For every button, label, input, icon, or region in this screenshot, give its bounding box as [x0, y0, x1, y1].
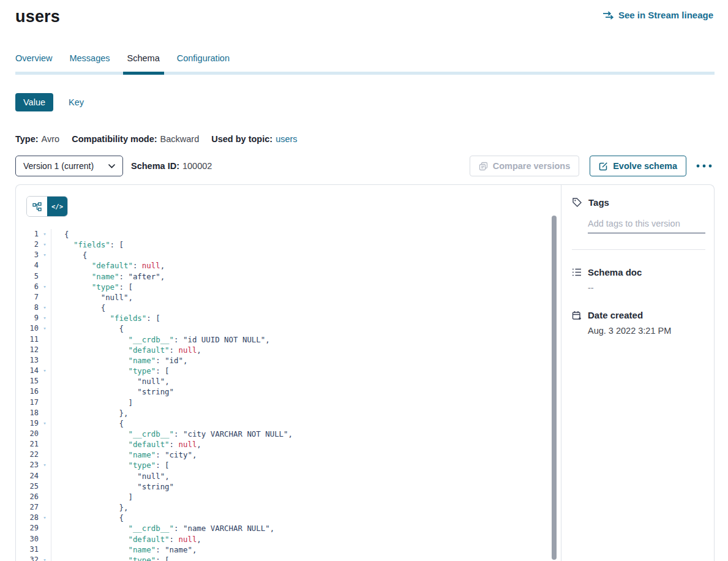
code-line: 10▾ {	[16, 323, 561, 334]
tab-schema[interactable]: Schema	[127, 53, 160, 72]
line-number: 24	[16, 471, 39, 481]
version-select[interactable]: Version 1 (current)	[15, 156, 123, 176]
tag-icon	[572, 197, 582, 208]
chevron-down-icon	[108, 164, 115, 168]
copy-pages-icon	[479, 162, 488, 171]
collapse-triangle-icon[interactable]: ▾	[39, 513, 51, 523]
line-number: 1	[16, 229, 39, 239]
editor-view-toggle: </>	[26, 196, 68, 217]
tree-view-button[interactable]	[27, 197, 47, 216]
collapse-triangle-icon[interactable]: ▾	[39, 323, 51, 334]
schema-doc-heading-row: Schema doc	[572, 267, 705, 277]
topic-link[interactable]: users	[276, 134, 297, 144]
code-line: 29 "__crdb__": "name VARCHAR NULL",	[16, 523, 561, 533]
calendar-plus-icon	[572, 311, 582, 320]
code-text: "string"	[51, 481, 561, 492]
code-text: "fields": [	[51, 239, 561, 250]
schema-code-pane: </> 1▾{2▾ "fields": [3▾ {4 "default": nu…	[16, 185, 561, 561]
code-line: 18 },	[16, 408, 561, 418]
collapse-triangle-icon[interactable]: ▾	[39, 282, 51, 292]
line-number: 21	[16, 439, 39, 450]
line-number: 3	[16, 250, 39, 260]
code-line: 26 ]	[16, 492, 561, 502]
caret-spacer	[39, 439, 51, 450]
caret-spacer	[39, 534, 51, 544]
collapse-triangle-icon[interactable]: ▾	[39, 460, 51, 470]
collapse-triangle-icon[interactable]: ▾	[39, 303, 51, 313]
caret-spacer	[39, 544, 51, 555]
code-text: "name": "city",	[51, 450, 561, 460]
collapse-triangle-icon[interactable]: ▾	[39, 555, 51, 561]
collapse-triangle-icon[interactable]: ▾	[39, 418, 51, 429]
tree-view-icon	[32, 202, 42, 211]
collapse-triangle-icon[interactable]: ▾	[39, 366, 51, 376]
line-number: 25	[16, 481, 39, 492]
collapse-triangle-icon[interactable]: ▾	[39, 239, 51, 250]
schema-id-value: 100002	[182, 161, 212, 171]
caret-spacer	[39, 334, 51, 345]
code-line: 7 "null",	[16, 292, 561, 303]
tab-messages[interactable]: Messages	[69, 53, 110, 72]
line-number: 5	[16, 271, 39, 282]
code-text: },	[51, 408, 561, 418]
type-value: Avro	[42, 134, 60, 144]
version-bar-actions: Compare versions Evolve schema	[470, 156, 715, 176]
tab-configuration[interactable]: Configuration	[177, 53, 230, 72]
line-number: 14	[16, 366, 39, 376]
collapse-triangle-icon[interactable]: ▾	[39, 313, 51, 323]
add-tags-input[interactable]	[588, 219, 705, 233]
line-number: 2	[16, 239, 39, 250]
line-number: 23	[16, 460, 39, 470]
see-in-stream-lineage-link[interactable]: See in Stream lineage	[602, 10, 713, 20]
sidebar-divider	[572, 249, 705, 250]
line-number: 27	[16, 502, 39, 513]
code-text: ]	[51, 492, 561, 502]
topic-label: Used by topic:	[211, 134, 272, 144]
more-options-button[interactable]	[694, 162, 715, 170]
code-text: "default": null,	[51, 260, 561, 271]
line-number: 11	[16, 334, 39, 345]
tab-overview[interactable]: Overview	[15, 53, 52, 72]
version-selected-value: Version 1 (current)	[23, 161, 94, 171]
compare-versions-label: Compare versions	[493, 161, 571, 171]
schema-sidebar: Tags Schema doc --	[561, 185, 714, 561]
code-line: 32▾ "type": [	[16, 555, 561, 561]
edit-square-icon	[599, 162, 608, 171]
schema-panel: </> 1▾{2▾ "fields": [3▾ {4 "default": nu…	[15, 184, 715, 561]
collapse-triangle-icon[interactable]: ▾	[39, 250, 51, 260]
code-line: 13 "name": "id",	[16, 355, 561, 366]
code-view-button[interactable]: </>	[47, 197, 67, 216]
code-text: "default": null,	[51, 534, 561, 544]
code-text: "type": [	[51, 282, 561, 292]
code-line: 27 },	[16, 502, 561, 513]
vertical-scrollbar-thumb[interactable]	[552, 216, 557, 560]
line-number: 7	[16, 292, 39, 303]
code-line: 21 "default": null,	[16, 439, 561, 450]
code-line: 2▾ "fields": [	[16, 239, 561, 250]
caret-spacer	[39, 345, 51, 355]
line-number: 28	[16, 513, 39, 523]
code-text: ]	[51, 397, 561, 408]
type-label: Type:	[15, 134, 39, 144]
tab-bar: Overview Messages Schema Configuration	[0, 53, 728, 72]
code-line: 15 "null",	[16, 376, 561, 386]
caret-spacer	[39, 450, 51, 460]
code-text: "name": "id",	[51, 355, 561, 366]
caret-spacer	[39, 292, 51, 303]
code-text: "type": [	[51, 460, 561, 470]
collapse-triangle-icon[interactable]: ▾	[39, 229, 51, 239]
code-text: "default": null,	[51, 345, 561, 355]
code-text: "type": [	[51, 555, 561, 561]
line-number: 30	[16, 534, 39, 544]
evolve-schema-button[interactable]: Evolve schema	[590, 156, 686, 176]
compare-versions-button[interactable]: Compare versions	[470, 156, 580, 176]
value-toggle-button[interactable]: Value	[15, 93, 53, 111]
line-number: 20	[16, 429, 39, 439]
code-line: 25 "string"	[16, 481, 561, 492]
code-lines: 1▾{2▾ "fields": [3▾ {4 "default": null,5…	[16, 229, 561, 561]
line-number: 31	[16, 544, 39, 555]
key-toggle-button[interactable]: Key	[69, 97, 84, 107]
code-text: {	[51, 513, 561, 523]
caret-spacer	[39, 523, 51, 533]
code-text: {	[51, 323, 561, 334]
